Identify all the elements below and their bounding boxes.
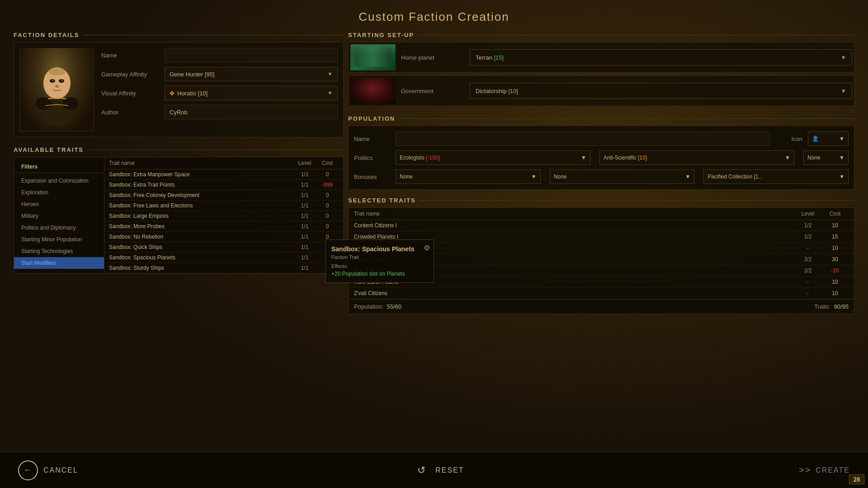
- author-label: Author: [101, 109, 160, 116]
- bottom-bar: ← CANCEL ↺ RESET >> CREATE: [0, 452, 868, 488]
- svg-point-7: [61, 80, 63, 81]
- filter-exploration[interactable]: Exploration: [14, 187, 104, 198]
- faction-portrait[interactable]: [19, 48, 94, 131]
- list-item[interactable]: Sandbox: More Probes 1/1 0: [104, 221, 343, 232]
- pop-bonuses-label: Bonuses: [354, 174, 390, 180]
- table-row[interactable]: Content Citizens I 1/2 10: [349, 220, 854, 231]
- visual-affinity-row: Visual Affinity ✤ Horatio [10] ▼: [101, 86, 338, 100]
- reset-label: RESET: [435, 466, 464, 474]
- list-item[interactable]: Sandbox: No Rebelion 1/1 0: [104, 232, 343, 242]
- col-cost-header: Cost: [316, 160, 339, 166]
- col-trait-name-header: Trait name: [109, 160, 293, 166]
- traits-list-area: Trait name Level Cost Sandbox: Extra Man…: [104, 157, 343, 273]
- available-traits-label: AVAILABLE TRAITS: [14, 146, 344, 153]
- pop-icon-value: 👤: [812, 136, 819, 142]
- pop-politics-value2: Anti-Scientific [10]: [604, 155, 647, 161]
- name-label: Name: [101, 52, 160, 59]
- government-label: Government: [401, 88, 464, 94]
- list-item[interactable]: Sandbox: Spacious Planets 1/1 0: [104, 253, 343, 263]
- svg-point-3: [49, 68, 65, 75]
- name-input[interactable]: [165, 48, 338, 62]
- cancel-button[interactable]: ← CANCEL: [18, 460, 78, 480]
- list-item[interactable]: Sandbox: Free Coloney Development 1/1 0: [104, 190, 343, 201]
- col-level-header: Level: [293, 160, 316, 166]
- svg-point-6: [52, 80, 54, 81]
- gov-img: [350, 78, 396, 104]
- filter-start-modifiers[interactable]: Start Modifiers: [14, 257, 104, 269]
- filter-politics[interactable]: Politics and Diplomacy: [14, 222, 104, 234]
- list-item[interactable]: Sandbox: Large Empires 1/1 0: [104, 211, 343, 221]
- traits-list-header: Trait name Level Cost: [104, 157, 343, 169]
- traits-list: Sandbox: Extra Manpower Space 1/1 0 Sand…: [104, 169, 343, 273]
- cancel-arrow-icon: ←: [18, 460, 38, 480]
- government-value: Dictatorship [10]: [476, 88, 518, 94]
- selected-traits-label: SELECTED TRAITS: [348, 197, 854, 204]
- home-planet-select[interactable]: Terran [15] ▼: [470, 49, 852, 66]
- gameplay-affinity-value: Gene Hunter [95]: [170, 71, 215, 78]
- pop-name-label: Name: [354, 136, 390, 142]
- planet-img: [350, 44, 396, 70]
- pop-icon-select[interactable]: 👤 ▼: [808, 131, 849, 146]
- population-label: POPULATION: [348, 115, 854, 122]
- pop-politics-select1[interactable]: Ecologists [-150] ▼: [396, 150, 590, 165]
- pop-bonuses-select1[interactable]: None ▼: [396, 169, 541, 184]
- tooltip-effects-label: Effects:: [331, 263, 428, 269]
- pop-name-input[interactable]: [396, 131, 770, 146]
- traits-stat: Traits: 90/95: [814, 303, 849, 310]
- create-label: CREATE: [816, 466, 850, 474]
- pop-politics-select3[interactable]: None ▼: [803, 150, 849, 165]
- traits-filters: Filters Expansion and Colonization Explo…: [14, 157, 343, 273]
- filter-expansion[interactable]: Expansion and Colonization: [14, 175, 104, 187]
- sel-traits-footer: Population: 55/60 Traits: 90/95: [349, 299, 854, 314]
- government-select[interactable]: Dictatorship [10] ▼: [470, 83, 852, 99]
- traits-inner: Filters Expansion and Colonization Explo…: [14, 157, 344, 274]
- available-traits-section: AVAILABLE TRAITS Filters Expansion and C…: [14, 146, 344, 274]
- reset-icon: ↺: [413, 461, 431, 479]
- table-row[interactable]: Z'vali Citizens - 10: [349, 288, 854, 299]
- home-planet-image: [350, 44, 396, 70]
- author-input[interactable]: [165, 105, 338, 119]
- create-chevron-icon: >>: [799, 465, 811, 475]
- home-planet-value: Terran [15]: [476, 54, 504, 61]
- cancel-label: CANCEL: [43, 466, 78, 474]
- pop-bonuses-select3[interactable]: Pacified Collection [1.. ▼: [703, 169, 849, 184]
- faction-details-box: Name Gameplay Affinity Gene Hunter [95] …: [14, 42, 344, 137]
- list-item[interactable]: Sandbox: Quick Ships 1/1 0: [104, 242, 343, 253]
- reset-button[interactable]: ↺ RESET: [413, 461, 464, 479]
- population-section: POPULATION Name Icon 👤 ▼ Politics Eco: [348, 115, 854, 190]
- main-container: Custom Faction Creation FACTION DETAILS: [0, 0, 868, 488]
- list-item[interactable]: Sandbox: Extra Manpower Space 1/1 0: [104, 169, 343, 180]
- population-stat: Population: 55/60: [354, 303, 401, 310]
- government-row: Government Dictatorship [10] ▼: [348, 75, 854, 106]
- pop-politics-chevron1: ▼: [581, 155, 586, 161]
- sel-col-name-header: Trait name: [354, 211, 794, 217]
- filter-military[interactable]: Military: [14, 210, 104, 222]
- filter-sidebar: Filters Expansion and Colonization Explo…: [14, 157, 104, 273]
- visual-affinity-select[interactable]: ✤ Horatio [10] ▼: [165, 86, 338, 100]
- portrait-inner: [20, 48, 94, 131]
- list-item[interactable]: Sandbox: Sturdy Ships 1/1 0: [104, 263, 343, 273]
- pop-politics-chevron3: ▼: [839, 155, 844, 161]
- trait-tooltip: Sandbox: Spacious Planets Faction Trait …: [326, 239, 434, 283]
- pop-bonuses-value3: Pacified Collection [1..: [708, 174, 761, 180]
- visual-affinity-icon: ✤: [170, 90, 175, 97]
- home-planet-label: Home planet: [401, 54, 464, 61]
- pop-politics-value1: Ecologists [-150]: [400, 155, 440, 161]
- create-button[interactable]: >> CREATE: [799, 465, 850, 475]
- list-item[interactable]: Sandbox: Extra Trait Points 1/1 -999: [104, 180, 343, 190]
- pop-bonuses-value1: None: [400, 174, 413, 180]
- list-item[interactable]: Sandbox: Free Laws and Elections 1/1 0: [104, 201, 343, 211]
- filter-starting-tech[interactable]: Starting Technologies: [14, 245, 104, 257]
- gameplay-affinity-select[interactable]: Gene Hunter [95] ▼: [165, 67, 338, 81]
- gameplay-affinity-row: Gameplay Affinity Gene Hunter [95] ▼: [101, 67, 338, 81]
- filter-header: Filters: [14, 161, 104, 173]
- sel-col-level-header: Level: [794, 211, 821, 217]
- filter-starting-minor[interactable]: Starting Minor Population: [14, 234, 104, 245]
- pop-bonuses-chevron2: ▼: [685, 174, 690, 180]
- pop-bonuses-select2[interactable]: None ▼: [550, 169, 695, 184]
- pop-politics-row: Politics Ecologists [-150] ▼ Anti-Scient…: [354, 150, 849, 165]
- page-title: Custom Faction Creation: [0, 0, 868, 28]
- filter-heroes[interactable]: Heroes: [14, 198, 104, 210]
- pop-politics-select2[interactable]: Anti-Scientific [10] ▼: [599, 150, 794, 165]
- pop-politics-value3: None: [807, 155, 821, 161]
